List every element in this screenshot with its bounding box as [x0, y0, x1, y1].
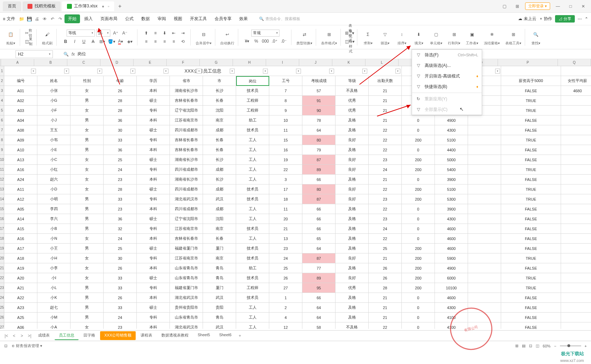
inc-dec-icon[interactable]: .0⁺	[271, 37, 278, 45]
data-cell[interactable]: 0	[402, 313, 435, 322]
data-cell[interactable]	[468, 234, 501, 244]
data-cell[interactable]: TRUE	[501, 106, 561, 115]
data-cell[interactable]: A01	[4, 86, 37, 96]
data-cell[interactable]: 福建省厦门市	[170, 244, 203, 253]
orientation-icon[interactable]: ⟲	[179, 38, 187, 45]
data-cell[interactable]: 9	[269, 106, 302, 115]
data-cell[interactable]: 男	[70, 303, 104, 313]
col-header[interactable]: P	[498, 59, 558, 66]
data-cell[interactable]: 本科	[137, 293, 170, 303]
data-cell[interactable]: 及格	[335, 263, 369, 273]
data-cell[interactable]: 89	[302, 273, 335, 283]
data-cell[interactable]: 技术员	[236, 273, 269, 283]
wrap-icon[interactable]: ↩	[222, 29, 233, 40]
col-header[interactable]: J	[299, 59, 332, 66]
grid-icon[interactable]: ⊞	[512, 1, 522, 11]
data-cell[interactable]: 辽宁省沈阳市	[170, 106, 203, 115]
data-cell[interactable]: 21	[369, 96, 402, 106]
data-cell[interactable]	[468, 214, 501, 224]
data-cell[interactable]: 24	[369, 165, 402, 175]
data-cell[interactable]: 小明	[37, 194, 70, 204]
data-cell[interactable]: 优秀	[335, 106, 369, 115]
data-cell[interactable]: A14	[4, 214, 37, 224]
format-painter-icon[interactable]: 🖌	[42, 29, 53, 40]
data-cell[interactable]: TRUE	[501, 273, 561, 283]
data-cell[interactable]: 77	[302, 263, 335, 273]
data-cell[interactable]: 小红	[37, 165, 70, 175]
data-cell[interactable]: FALSE	[501, 204, 561, 214]
data-cell[interactable]: 硕士	[137, 244, 170, 253]
layout-icon[interactable]: ▢	[500, 1, 510, 11]
data-cell[interactable]: 本科	[137, 204, 170, 214]
data-cell[interactable]: 78	[302, 115, 335, 125]
data-cell[interactable]: 4680	[561, 86, 591, 96]
data-cell[interactable]	[468, 263, 501, 273]
data-cell[interactable]: 赵六	[37, 175, 70, 184]
data-cell[interactable]: 22	[369, 184, 402, 194]
data-cell[interactable]: 良好	[335, 165, 369, 175]
data-cell[interactable]: 成都	[203, 204, 236, 214]
data-cell[interactable]: 专科	[137, 283, 170, 293]
data-cell[interactable]: 23	[369, 155, 402, 165]
zoom-level[interactable]: 60%	[543, 344, 550, 348]
data-cell[interactable]: 23	[269, 244, 302, 253]
row-header[interactable]: 1	[0, 66, 4, 76]
maximize-button[interactable]: □	[566, 1, 575, 11]
data-cell[interactable]: 本科	[137, 145, 170, 155]
data-cell[interactable]: 0	[402, 293, 435, 303]
data-cell[interactable]: 技术员	[236, 224, 269, 234]
data-cell[interactable]: 8	[269, 96, 302, 106]
data-cell[interactable]: 90	[302, 106, 335, 115]
data-cell[interactable]: 及格	[335, 244, 369, 253]
row-header[interactable]: 27	[0, 322, 4, 329]
data-cell[interactable]	[561, 313, 591, 322]
data-cell[interactable]	[561, 244, 591, 253]
data-cell[interactable]	[468, 135, 501, 145]
data-cell[interactable]: 湖北省武汉市	[170, 322, 203, 329]
filter-button[interactable]: ▾	[64, 69, 69, 74]
data-cell[interactable]: 贵州省贵阳市	[170, 303, 203, 313]
data-cell[interactable]: 23	[369, 214, 402, 224]
data-cell[interactable]: 200	[402, 135, 435, 145]
header-cell[interactable]: 考核成绩	[302, 76, 335, 86]
data-cell[interactable]: 女	[70, 106, 104, 115]
data-cell[interactable]: 工人	[236, 322, 269, 329]
data-cell[interactable]: FALSE	[501, 234, 561, 244]
data-cell[interactable]: 男	[70, 293, 104, 303]
data-cell[interactable]: 26	[104, 293, 137, 303]
data-cell[interactable]	[561, 263, 591, 273]
data-cell[interactable]: 沈阳	[203, 106, 236, 115]
data-cell[interactable]: 女	[70, 175, 104, 184]
data-cell[interactable]: 硕士	[137, 125, 170, 135]
collab-button[interactable]: ⚬ 协作	[539, 16, 552, 22]
tab-home[interactable]: 首页	[3, 1, 21, 11]
data-cell[interactable]: 0	[402, 204, 435, 214]
data-cell[interactable]: 及格	[335, 303, 369, 313]
data-cell[interactable]: 25	[104, 155, 137, 165]
find-icon[interactable]: 🔍	[530, 29, 541, 40]
data-cell[interactable]	[468, 253, 501, 263]
data-cell[interactable]	[468, 224, 501, 234]
underline-icon[interactable]: U	[80, 38, 88, 45]
data-cell[interactable]: 30	[104, 253, 137, 263]
data-cell[interactable]: 66	[302, 204, 335, 214]
data-cell[interactable]: 男	[70, 224, 104, 234]
data-cell[interactable]: 4600	[435, 224, 468, 234]
data-cell[interactable]: FALSE	[501, 125, 561, 135]
data-cell[interactable]: 19	[269, 155, 302, 165]
data-cell[interactable]: 女	[70, 86, 104, 96]
data-cell[interactable]: FALSE	[501, 244, 561, 253]
row-header[interactable]: 21	[0, 263, 4, 273]
row-header[interactable]: 20	[0, 253, 4, 263]
data-cell[interactable]: 36	[104, 214, 137, 224]
data-cell[interactable]: A24	[4, 175, 37, 184]
data-cell[interactable]: 22	[369, 322, 402, 329]
data-cell[interactable]: 24	[269, 253, 302, 263]
data-cell[interactable]: 工人	[236, 165, 269, 175]
filter-button[interactable]: ▾	[230, 69, 235, 74]
data-cell[interactable]: 硕士	[137, 303, 170, 313]
data-cell[interactable]: 21	[369, 253, 402, 263]
cloud-status[interactable]: ☁ 未上云	[518, 16, 536, 22]
data-cell[interactable]: 66	[302, 293, 335, 303]
data-cell[interactable]: 湖南省长沙市	[170, 155, 203, 165]
